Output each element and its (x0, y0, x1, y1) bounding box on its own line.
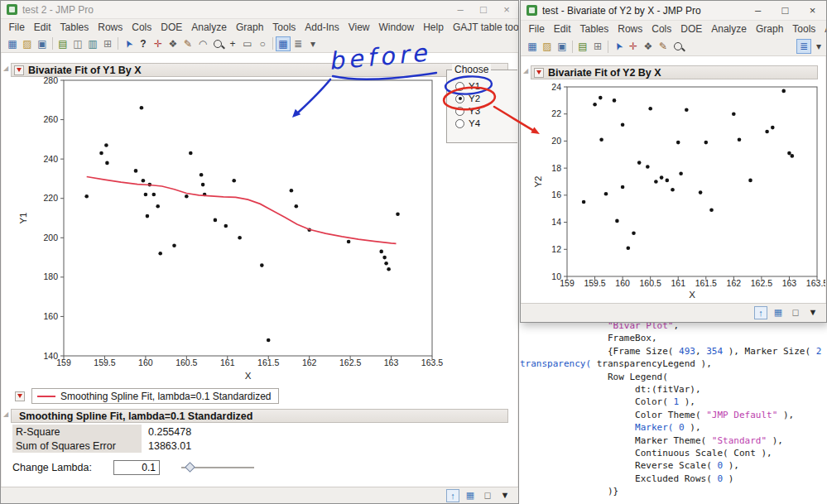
data-point[interactable] (232, 179, 236, 183)
menu-graph[interactable]: Graph (231, 22, 267, 33)
data-point[interactable] (189, 151, 193, 156)
menu-rows[interactable]: Rows (94, 22, 127, 33)
data-point[interactable] (738, 138, 742, 142)
menu-ad[interactable]: Ad (820, 23, 826, 35)
data-point[interactable] (172, 244, 176, 248)
disclosure-triangle-icon[interactable]: ◢ (3, 410, 8, 418)
data-point[interactable] (267, 338, 271, 343)
data-point[interactable] (200, 173, 204, 177)
data-point[interactable] (699, 190, 703, 194)
data-point[interactable] (748, 179, 752, 183)
menu-file[interactable]: File (524, 23, 549, 35)
data-point[interactable] (660, 175, 664, 180)
grabber-tool-icon[interactable]: ❖ (166, 36, 180, 51)
scroll-up-icon[interactable]: ↑ (446, 489, 459, 502)
y1-scatter-plot[interactable]: 159159.5160160.5161161.5162162.5163163.5… (2, 77, 449, 387)
data-point[interactable] (201, 183, 205, 187)
data-point[interactable] (685, 108, 689, 113)
data-point[interactable] (396, 212, 400, 216)
data-point[interactable] (238, 236, 242, 240)
open-icon[interactable]: ▨ (20, 36, 35, 51)
minimize-button[interactable]: – (449, 1, 472, 18)
maximize-button[interactable]: □ (472, 1, 495, 18)
grabber-tool-icon[interactable]: ❖ (641, 39, 656, 54)
caret-down-icon[interactable]: ▾ (305, 36, 320, 51)
radio-y2-button[interactable] (455, 94, 464, 103)
journal-icon[interactable]: ▤ (575, 39, 590, 54)
data-point[interactable] (787, 151, 791, 156)
red-triangle-menu-button[interactable] (14, 65, 24, 75)
menu-cols[interactable]: Cols (127, 22, 156, 33)
window-list-icon[interactable]: ≣ (796, 39, 811, 54)
rectangle-select-icon[interactable]: ▭ (240, 36, 255, 51)
crosshair-tool-icon[interactable]: ✛ (626, 39, 641, 54)
data-point[interactable] (676, 141, 680, 145)
data-point[interactable] (632, 231, 636, 235)
white-window-icon[interactable]: ◻ (481, 489, 494, 502)
data-point[interactable] (387, 267, 391, 271)
data-point[interactable] (621, 185, 625, 190)
copy-icon[interactable]: ⊞ (590, 39, 605, 54)
close-button[interactable]: × (799, 1, 826, 20)
data-point[interactable] (134, 169, 138, 173)
radio-y1-button[interactable] (455, 82, 464, 91)
menu-window[interactable]: Window (374, 22, 419, 33)
new-data-table-icon[interactable]: ▦ (5, 36, 20, 51)
zoom-in-icon[interactable]: + (225, 36, 240, 51)
jsl-script-editor[interactable]: "Bivar Plot", FrameBox, {Frame Size( 493… (520, 319, 827, 504)
radio-option-y2[interactable]: Y2 (455, 94, 480, 103)
data-point[interactable] (582, 200, 586, 204)
magnifier-tool-icon[interactable] (210, 36, 225, 51)
open-icon[interactable]: ▨ (540, 39, 555, 54)
menu-analyze[interactable]: Analyze (707, 23, 752, 35)
brush-tool-icon[interactable]: ✎ (656, 39, 671, 54)
data-point[interactable] (224, 224, 228, 228)
disclosure-triangle-icon[interactable]: ◢ (3, 65, 8, 72)
right-titlebar[interactable]: test - Bivariate of Y2 by X - JMP Pro – … (521, 1, 826, 21)
data-point[interactable] (142, 179, 146, 183)
layout-icon[interactable]: ◫ (70, 36, 85, 51)
brush-tool-icon[interactable]: ✎ (180, 36, 195, 51)
menu-edit[interactable]: Edit (29, 22, 55, 33)
radio-y4-button[interactable] (455, 119, 464, 128)
menu-file[interactable]: File (4, 22, 29, 33)
data-point[interactable] (382, 256, 387, 260)
maximize-button[interactable]: □ (772, 1, 799, 20)
journal-icon[interactable]: ▤ (55, 36, 70, 51)
data-point[interactable] (295, 204, 299, 209)
caret-down-icon[interactable]: ▼ (806, 306, 820, 319)
radio-option-y3[interactable]: Y3 (455, 106, 480, 116)
menu-tools[interactable]: Tools (268, 22, 301, 33)
data-point[interactable] (637, 161, 642, 165)
data-point[interactable] (704, 141, 709, 145)
oval-select-icon[interactable]: ○ (255, 36, 270, 51)
data-point[interactable] (621, 123, 625, 127)
caret-down-icon[interactable]: ▼ (498, 489, 512, 502)
data-point[interactable] (140, 106, 144, 110)
menu-edit[interactable]: Edit (549, 23, 575, 35)
red-triangle-menu-button[interactable] (534, 68, 544, 78)
data-point[interactable] (615, 219, 619, 223)
menu-cols[interactable]: Cols (647, 23, 676, 35)
properties-icon[interactable]: ▦ (276, 36, 291, 51)
data-point[interactable] (709, 209, 714, 213)
menu-tools[interactable]: Tools (788, 23, 820, 35)
menu-doe[interactable]: DOE (156, 22, 187, 33)
y2-scatter-plot[interactable]: 159159.5160160.5161161.5162162.5163163.5… (522, 80, 825, 302)
help-tool-icon[interactable]: ? (136, 36, 151, 51)
slider-thumb[interactable] (185, 462, 195, 473)
caret-down-icon[interactable]: ▾ (811, 39, 826, 54)
menu-add-ins[interactable]: Add-Ins (301, 22, 344, 33)
data-point[interactable] (781, 89, 786, 94)
layout-grid-icon[interactable]: ▦ (464, 489, 477, 502)
data-point[interactable] (771, 126, 775, 130)
data-point[interactable] (347, 240, 351, 244)
menu-analyze[interactable]: Analyze (187, 22, 232, 33)
data-point[interactable] (599, 96, 603, 100)
save-icon[interactable]: ▣ (555, 39, 570, 54)
data-point[interactable] (732, 112, 736, 116)
scroll-up-icon[interactable]: ↑ (754, 306, 767, 319)
data-point[interactable] (214, 218, 218, 223)
data-point[interactable] (627, 246, 631, 250)
data-point[interactable] (679, 171, 683, 175)
